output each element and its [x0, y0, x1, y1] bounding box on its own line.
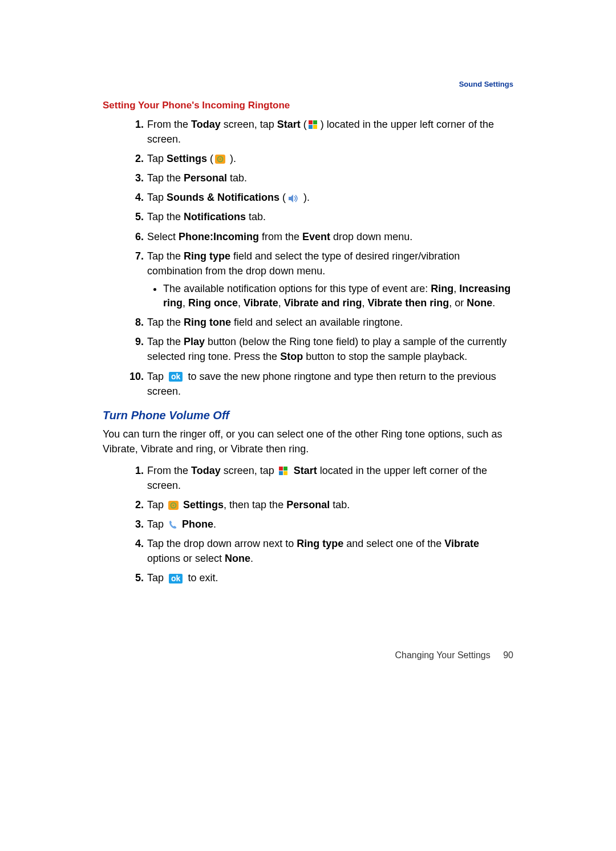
step-item: 10. Tap ok to save the new phone rington… — [130, 369, 513, 399]
step-number: 8. — [128, 315, 144, 330]
start-flag-icon — [308, 120, 319, 130]
svg-rect-10 — [283, 471, 287, 475]
text-bold: Start — [277, 119, 301, 130]
text-bold: Vibrate and ring — [284, 297, 362, 309]
step-number: 7. — [128, 249, 144, 264]
text: Tap the drop down arrow next to — [147, 538, 297, 549]
step-item: 5. Tap ok to exit. — [130, 570, 513, 585]
step-number: 3. — [128, 171, 144, 185]
text-bold: None — [467, 297, 492, 309]
text: , then tap the — [224, 499, 286, 510]
text: field and select an available ringtone. — [231, 317, 403, 328]
text: from the — [259, 231, 302, 242]
step-item: 1. From the Today screen, tap Start loca… — [130, 463, 513, 493]
svg-point-13 — [173, 505, 175, 506]
svg-point-6 — [220, 159, 221, 160]
text-bold: None — [225, 553, 250, 564]
text: ( — [207, 153, 213, 164]
step-item: 9. Tap the Play button (below the Ring t… — [130, 334, 513, 364]
step-number: 3. — [128, 517, 144, 532]
text-bold: Ring once — [188, 297, 238, 309]
step-item: 4. Tap the drop down arrow next to Ring … — [130, 536, 513, 566]
text: options or select — [147, 553, 225, 564]
text-bold: Personal — [184, 172, 227, 184]
text: Tap — [147, 371, 167, 382]
page-footer: Changing Your Settings 90 — [103, 650, 513, 660]
text-bold: Sounds & Notifications — [167, 192, 279, 203]
text: . — [213, 518, 216, 530]
step-item: 4. Tap Sounds & Notifications ( ). — [130, 190, 513, 205]
step-item: 2. Tap Settings, then tap the Personal t… — [130, 497, 513, 512]
text: screen, tap — [221, 119, 277, 130]
page-number: 90 — [503, 650, 513, 660]
step-number: 6. — [128, 229, 144, 244]
step-number: 2. — [128, 151, 144, 166]
text: From the — [147, 119, 191, 130]
svg-rect-1 — [313, 120, 317, 124]
text-bold: Settings — [167, 153, 207, 164]
text: drop down menu. — [330, 231, 412, 242]
step-number: 5. — [128, 570, 144, 585]
step-number: 4. — [128, 536, 144, 551]
text: , — [362, 297, 367, 309]
text: Tap — [147, 192, 167, 203]
step-number: 1. — [128, 463, 144, 478]
text: Tap the — [147, 336, 184, 347]
text: , — [453, 283, 459, 294]
step-number: 1. — [128, 117, 144, 132]
text: Tap — [147, 572, 167, 583]
ok-badge-icon: ok — [169, 574, 183, 583]
text: . — [250, 553, 253, 564]
text: Tap the — [147, 211, 184, 222]
settings-gear-icon — [214, 154, 226, 164]
bullet-item: The available notification options for t… — [163, 282, 513, 310]
text: and select one of the — [343, 538, 444, 549]
text-bold: Stop — [280, 351, 303, 362]
heading-turn-volume-off: Turn Phone Volume Off — [103, 409, 513, 422]
text: Tap — [147, 499, 167, 510]
chapter-name: Changing Your Settings — [395, 650, 491, 660]
text-bold: Settings — [183, 499, 224, 510]
text-bold: Vibrate then ring — [367, 297, 449, 309]
step-item: 7. Tap the Ring type field and select th… — [130, 249, 513, 311]
text: screen, tap — [221, 465, 277, 476]
steps-turn-volume-off: 1. From the Today screen, tap Start loca… — [130, 463, 513, 586]
text: Tap the — [147, 172, 184, 184]
text-bold: Personal — [286, 499, 330, 510]
text: , — [238, 297, 244, 309]
sub-bullets: The available notification options for t… — [163, 282, 513, 310]
text: From the — [147, 465, 191, 476]
step-number: 9. — [128, 334, 144, 349]
section-header: Sound Settings — [103, 80, 513, 88]
sounds-speaker-icon — [287, 193, 299, 204]
page-content: Sound Settings Setting Your Phone's Inco… — [103, 80, 513, 590]
paragraph: You can turn the ringer off, or you can … — [103, 427, 513, 456]
text: ( — [279, 192, 286, 203]
step-item: 8. Tap the Ring tone field and select an… — [130, 315, 513, 330]
svg-rect-8 — [283, 467, 287, 471]
steps-set-ringtone: 1. From the Today screen, tap Start () l… — [130, 117, 513, 399]
text: button to stop the sample playback. — [303, 351, 467, 362]
text-bold: Today — [191, 119, 221, 130]
heading-setting-ringtone: Setting Your Phone's Incoming Ringtone — [103, 100, 513, 111]
text-bold: Phone:Incoming — [179, 231, 259, 242]
step-item: 1. From the Today screen, tap Start () l… — [130, 117, 513, 147]
text: ). — [301, 192, 310, 203]
svg-rect-7 — [279, 467, 283, 471]
step-item: 3. Tap Phone. — [130, 517, 513, 532]
ok-badge-icon: ok — [169, 372, 183, 382]
text-bold: Ring — [431, 283, 453, 294]
text: to save the new phone ringtone and type … — [147, 371, 496, 397]
text-bold: Event — [302, 231, 330, 242]
text: ). — [227, 153, 236, 164]
text-bold: Vibrate — [244, 297, 278, 309]
text: , — [278, 297, 284, 309]
svg-rect-3 — [313, 125, 317, 129]
text: . — [492, 297, 495, 309]
text-bold: Play — [184, 336, 205, 347]
text: Tap — [147, 518, 167, 530]
svg-rect-9 — [279, 471, 283, 475]
text-bold: Start — [294, 465, 317, 476]
step-item: 6. Select Phone:Incoming from the Event … — [130, 229, 513, 244]
text: Select — [147, 231, 179, 242]
